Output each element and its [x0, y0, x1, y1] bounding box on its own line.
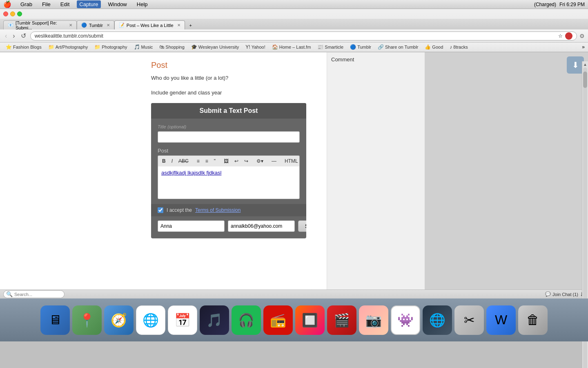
link-button[interactable]: ⚙▾ [254, 157, 266, 165]
title-input[interactable] [158, 131, 300, 143]
bookmark-icon-wesleyan: 🎓 [191, 44, 197, 50]
submit-button[interactable]: Submit [298, 220, 306, 232]
email-input[interactable] [228, 220, 295, 232]
dock-tweetdeck[interactable]: 🎬 [327, 305, 356, 335]
bookmark-label-shopping: Shopping [165, 45, 185, 49]
bookmark-icon-share: 🔗 [378, 44, 384, 50]
dock-chrome[interactable]: 🌐 [136, 305, 165, 335]
forward-button[interactable]: › [11, 31, 16, 40]
post-editor[interactable]: asdkjflkadj lkajsdlk fjdkasl [158, 166, 300, 199]
blockquote-button[interactable]: " [212, 157, 218, 165]
dock-ispy[interactable]: 🌐 [423, 305, 452, 335]
italic-button[interactable]: I [169, 157, 175, 165]
bookmark-icon-yahoo: Y! [245, 44, 250, 50]
bookmark-label-tumblr: Tumblr [357, 45, 371, 49]
bookmark-photography[interactable]: 📁 Photography [92, 43, 129, 51]
bookmark-star-icon[interactable]: ☆ [558, 33, 563, 39]
dock-gnome[interactable]: 👾 [391, 305, 420, 335]
search-input[interactable] [14, 292, 59, 297]
undo-button[interactable]: ↩ [232, 157, 241, 165]
bookmark-label-art: Art/Photography [56, 45, 88, 49]
dock-wordoku[interactable]: W [486, 305, 516, 335]
help-menu[interactable]: Help [134, 0, 150, 8]
search-box[interactable]: 🔍 [3, 290, 65, 298]
minimize-button[interactable] [10, 11, 15, 16]
bookmark-lastfm[interactable]: 🏠 Home – Last.fm [270, 43, 314, 51]
redo-button[interactable]: ↪ [242, 157, 251, 165]
dock-lastfm[interactable]: 📻 [263, 305, 293, 335]
bookmark-icon-music: 🎵 [134, 44, 140, 50]
back-button[interactable]: ‹ [3, 31, 9, 40]
reload-button[interactable]: ↺ [19, 31, 28, 40]
dock-screenshot[interactable]: ✂ [454, 305, 484, 335]
tab-post[interactable]: 📝 Post – Wes Like a Little ✕ [114, 20, 185, 29]
bookmark-label-music: Music [141, 45, 153, 49]
right-sidebar: Comment [327, 52, 425, 289]
tabs-bar: 📧 [Tumblr Support] Re: Submi... ✕ 🔵 Tumb… [0, 19, 588, 29]
bookmark-label-fashion: Fashion Blogs [13, 45, 42, 49]
edit-menu[interactable]: Edit [58, 0, 72, 8]
bookmark-icon-lastfm: 🏠 [272, 44, 278, 50]
image-button[interactable]: 🖼 [221, 157, 231, 165]
download-button[interactable]: ⬇ [567, 56, 584, 74]
terms-row: I accept the Terms of Submission [151, 204, 306, 216]
close-button[interactable] [3, 11, 8, 16]
bookmark-yahoo[interactable]: Y! Yahoo! [243, 43, 267, 51]
name-input[interactable] [158, 220, 225, 232]
window-menu[interactable]: Window [106, 0, 129, 8]
apple-menu[interactable]: 🍎 [3, 0, 11, 8]
dock-finder[interactable]: 🖥 [40, 305, 70, 335]
dock-itunes[interactable]: 🎵 [200, 305, 229, 335]
bookmarks-overflow[interactable]: » [582, 44, 585, 50]
tab-close-tumblr[interactable]: ✕ [107, 23, 110, 27]
bookmark-smarticle[interactable]: 📰 Smarticle [315, 43, 346, 51]
ordered-list-button[interactable]: ≡ [203, 157, 211, 165]
bookmark-art[interactable]: 📁 Art/Photography [46, 43, 91, 51]
chat-icon: 💬 [545, 292, 551, 297]
page-subtitle-line1: Who do you like a little (or a lot)? [151, 74, 318, 82]
bookmark-wesleyan[interactable]: 🎓 Wesleyan University [189, 43, 241, 51]
bookmark-good[interactable]: 👍 Good [422, 43, 445, 51]
main-content: Post Who do you like a little (or a lot)… [143, 52, 327, 289]
title-label: Title (optional) [158, 123, 300, 130]
address-bar[interactable]: weslikealittle.tumblr.com/submit ☆ [30, 31, 577, 40]
share-icon[interactable]: ⚙ [579, 33, 585, 39]
tab-gmail[interactable]: 📧 [Tumblr Support] Re: Submi... ✕ [3, 20, 77, 29]
bookmark-shopping[interactable]: 🛍 Shopping [157, 43, 187, 51]
bookmark-label-smarticle: Smarticle [325, 45, 343, 49]
bold-button[interactable]: B [160, 157, 168, 165]
maximize-button[interactable] [17, 11, 22, 16]
tab-favicon-gmail: 📧 [8, 22, 13, 28]
terms-link[interactable]: Terms of Submission [195, 207, 241, 213]
join-chat-button[interactable]: 💬 Join Chat (1) ⬇ [545, 291, 585, 298]
dock-calendar[interactable]: 📅 [168, 305, 197, 335]
bookmark-label-yahoo: Yahoo! [252, 45, 265, 49]
bookmark-music[interactable]: 🎵 Music [131, 43, 156, 51]
bookmark-share-tumblr[interactable]: 🔗 Share on Tumblr [375, 43, 421, 51]
tab-close-gmail[interactable]: ✕ [69, 23, 72, 27]
file-menu[interactable]: File [40, 0, 53, 8]
html-button[interactable]: HTML [282, 157, 301, 165]
dock-photos[interactable]: 📷 [359, 305, 388, 335]
scrollbar-up-arrow[interactable]: ▲ [583, 62, 587, 67]
tab-close-post[interactable]: ✕ [177, 23, 180, 27]
bookmark-tumblr[interactable]: 🔵 Tumblr [347, 43, 374, 51]
bookmark-8tracks[interactable]: ♪ 8tracks [447, 43, 470, 51]
terms-checkbox[interactable] [158, 207, 163, 213]
post-label: Post [158, 148, 300, 154]
dock-safari[interactable]: 🧭 [104, 305, 134, 335]
dock-spotify[interactable]: 🎧 [232, 305, 261, 335]
scrollbar-thumb[interactable] [583, 72, 587, 88]
dock-contacts[interactable]: 📍 [72, 305, 102, 335]
traffic-lights [3, 11, 22, 16]
capture-menu[interactable]: Capture [77, 0, 100, 8]
unordered-list-button[interactable]: ≡ [194, 157, 202, 165]
dock-trash[interactable]: 🗑 [518, 305, 548, 335]
grab-menu[interactable]: Grab [18, 0, 35, 8]
tab-new[interactable]: + [185, 20, 197, 29]
hr-button[interactable]: — [269, 157, 279, 165]
dock-mosaic[interactable]: 🔲 [295, 305, 325, 335]
bookmark-fashion-blogs[interactable]: ⭐ Fashion Blogs [3, 43, 44, 51]
strikethrough-button[interactable]: ABC [176, 157, 191, 165]
tab-tumblr[interactable]: 🔵 Tumblr ✕ [77, 20, 114, 29]
